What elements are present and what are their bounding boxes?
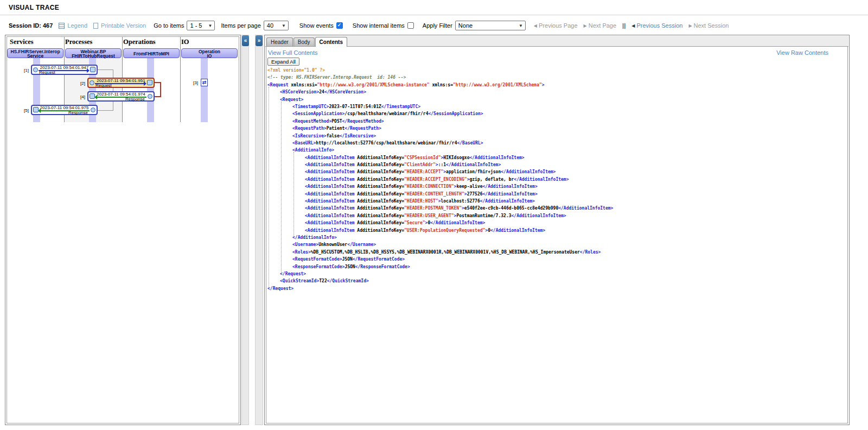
trace-message[interactable]: 2023-07-11 09:54:01.951Request: [87, 78, 155, 88]
xml-token-com: <!-- type: HS.FHIRServer.Interop.Request…: [267, 75, 406, 80]
indent-guide: [281, 102, 282, 273]
connector-line: [97, 69, 113, 70]
xml-token-tag: <RequestPath>: [292, 126, 327, 131]
source-dot-icon: [33, 67, 38, 72]
apply-filter-select[interactable]: None▼: [455, 21, 526, 30]
xml-token-txt: HIKIdsogxo: [443, 155, 469, 160]
target-box-icon: [147, 80, 152, 85]
xml-line: <!-- type: HS.FHIRServer.Interop.Request…: [266, 74, 847, 81]
collapse-diagram-button[interactable]: «: [242, 35, 249, 46]
detail-tabs: HeaderBodyContents: [265, 36, 848, 47]
message-timestamp: 2023-07-11 09:54:01.947: [37, 66, 91, 70]
xml-token-att: AdditionalInfoKey=: [357, 228, 404, 233]
tab-body[interactable]: Body: [293, 37, 315, 46]
trace-message[interactable]: 2023-07-11 09:54:01.974Response: [87, 91, 155, 102]
left-triangle-icon: ◀: [534, 23, 537, 28]
xml-token-tag: <AdditionalInfoItem: [305, 213, 357, 218]
xml-token-att: AdditionalInfoKey=: [357, 192, 404, 197]
previous-page-button[interactable]: ◀Previous Page: [534, 22, 578, 29]
message-id-label: [5]: [24, 108, 29, 113]
xml-token-tag: </RequestPath>: [344, 126, 381, 131]
xml-token-val: "HEADER:POSTMAN_TOKEN": [404, 206, 462, 211]
xml-token-txt: http://localhost:52776/csp/healthshare/w…: [316, 141, 457, 146]
xml-token-txt: application/fhir+json: [446, 169, 501, 174]
column-title-operations: Operations: [123, 38, 156, 46]
view-raw-contents-link[interactable]: View Raw Contents: [776, 49, 828, 56]
xml-token-txt: /csp/healthshare/webinar/fhir/r4: [344, 111, 428, 116]
view-full-contents-link[interactable]: View Full Contents: [268, 49, 318, 56]
xml-line: <AdditionalInfoItem AdditionalInfoKey="H…: [266, 205, 847, 212]
xml-token-tag: <QuickStreamId>: [280, 279, 319, 283]
xml-line: <AdditionalInfo>: [266, 147, 847, 154]
show-internal-items-label: Show internal items: [353, 22, 405, 29]
xml-token-tag: </QuickStreamId>: [327, 279, 369, 283]
xml-token-tag: </AdditionalInfoItem>: [430, 220, 485, 225]
xml-token-tag: <AdditionalInfoItem: [305, 155, 357, 160]
lifeline: [201, 58, 208, 122]
xml-token-tag: </AdditionalInfoItem>: [469, 155, 524, 160]
xml-line: </Request>: [266, 285, 847, 292]
document-icon: [93, 23, 98, 29]
xml-line: <AdditionalInfoItem AdditionalInfoKey="H…: [266, 176, 847, 183]
xml-token-tag: </Username>: [347, 242, 376, 247]
session-id-label: Session ID: 467: [9, 22, 53, 29]
show-events-checkbox[interactable]: [336, 22, 343, 29]
collapse-detail-button[interactable]: »: [256, 35, 263, 46]
xml-token-txt: T22: [319, 279, 327, 283]
legend-link[interactable]: Legend: [59, 22, 87, 29]
xml-token-txt: 2023-07-11T07:54:01Z: [329, 104, 381, 109]
nav-separator: ||: [622, 22, 626, 29]
xml-token-txt: 277526: [467, 192, 483, 197]
printable-version-link[interactable]: Printable Version: [93, 22, 146, 29]
xml-token-txt: localhost:52776: [441, 199, 480, 204]
tab-contents[interactable]: Contents: [315, 37, 347, 47]
items-per-page-select[interactable]: 40▼: [264, 21, 289, 30]
xml-token-tag: </AdditionalInfoItem>: [480, 199, 535, 204]
target-box-icon: [33, 107, 39, 112]
xml-token-att: AdditionalInfoKey=: [357, 162, 404, 167]
xml-token-tag: </AdditionalInfoItem>: [558, 206, 613, 211]
xml-token-tag: </AdditionalInfoItem>: [512, 213, 566, 218]
xml-token-tag: <TimestampUTC>: [292, 104, 329, 109]
xml-token-tag: </Roles>: [580, 250, 601, 255]
xml-content: <?xml version="1.0" ?><!-- type: HS.FHIR…: [266, 67, 847, 292]
xml-token-tag: <Username>: [292, 242, 318, 247]
page-title: VISUAL TRACE: [9, 4, 59, 11]
tab-header[interactable]: Header: [266, 37, 293, 46]
xml-token-txt: UnknownUser: [318, 242, 347, 247]
xml-token-tag: <AdditionalInfoItem: [305, 206, 357, 211]
xml-token-txt: PostmanRuntime/7.32.3: [456, 213, 511, 218]
show-internal-items-checkbox[interactable]: [407, 22, 414, 29]
trace-message[interactable]: 2023-07-11 09:54:01.975Response: [31, 105, 98, 115]
io-event-icon[interactable]: ⇄: [201, 79, 208, 86]
xml-line: <AdditionalInfoItem AdditionalInfoKey="H…: [266, 191, 847, 198]
source-dot-icon: [91, 108, 95, 112]
xml-line: <Request>: [266, 96, 847, 103]
host-box[interactable]: HS.FHIRServer.InteropService: [7, 48, 63, 58]
trace-message[interactable]: 2023-07-11 09:54:01.947Request: [31, 65, 98, 75]
host-box[interactable]: OperationIO: [181, 48, 238, 58]
xml-token-tag: </AdditionalInfoItem>: [514, 177, 569, 182]
xml-token-tag: </Request>: [280, 271, 306, 276]
xml-token-tag: </HSCoreVersion>: [324, 90, 366, 94]
host-box[interactable]: Webinar.BPFHIRToHubRequest: [65, 48, 122, 58]
xml-line: <AdditionalInfoItem AdditionalInfoKey="H…: [266, 212, 847, 219]
xml-token-tag: <AdditionalInfo>: [292, 148, 334, 153]
xml-token-tag: </BaseURL>: [457, 141, 483, 146]
arrowhead-icon: [144, 81, 146, 86]
xml-line: <AdditionalInfoItem AdditionalInfoKey="C…: [266, 161, 847, 168]
xml-token-tag: </SessionApplication>: [428, 111, 483, 116]
xml-token-tag: <AdditionalInfoItem: [305, 177, 357, 182]
trace-diagram-panel: ServicesProcessesOperationsIOHS.FHIRServ…: [5, 35, 241, 425]
xml-token-att: AdditionalInfoKey=: [357, 206, 404, 211]
expand-all-button[interactable]: Expand All: [267, 58, 299, 66]
xml-token-val: "USER:PopulationQueryRequested": [404, 228, 485, 233]
xml-token-tag: <ResponseFormatCode>: [292, 264, 344, 269]
next-session-button[interactable]: ▶Next Session: [688, 22, 729, 29]
column-divider: [180, 37, 181, 122]
legend-icon: [59, 23, 65, 29]
next-page-button[interactable]: ▶Next Page: [584, 22, 617, 29]
goto-items-select[interactable]: 1 - 5▼: [187, 21, 215, 30]
host-box[interactable]: FromFHIRToMPI: [123, 48, 180, 58]
previous-session-link[interactable]: ◀Previous Session: [631, 22, 682, 29]
